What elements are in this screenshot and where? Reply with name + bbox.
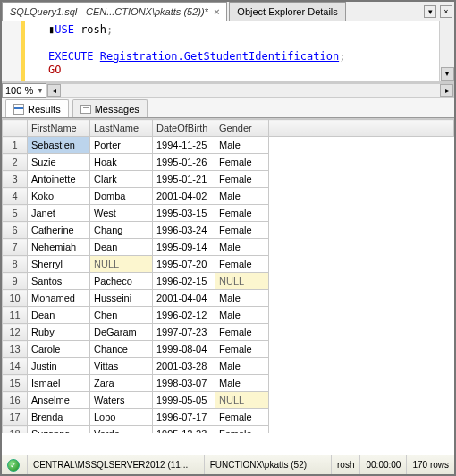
cell[interactable]: Verde [90, 426, 153, 434]
active-files-dropdown-icon[interactable]: ▾ [424, 5, 436, 18]
row-header[interactable]: 9 [3, 273, 28, 290]
row-header[interactable]: 12 [3, 324, 28, 341]
col-lastname[interactable]: LastName [90, 120, 153, 137]
cell[interactable]: 1998-03-07 [153, 375, 215, 392]
table-row[interactable]: 3AntoinetteClark1995-01-21Female [3, 171, 454, 188]
cell[interactable]: Clark [90, 171, 153, 188]
chevron-down-icon[interactable]: ▼ [37, 87, 46, 95]
tab-sqlquery[interactable]: SQLQuery1.sql - CEN...CTIONX\pkatts (52)… [2, 2, 227, 21]
table-row[interactable]: 7NehemiahDean1995-09-14Male [3, 239, 454, 256]
corner-cell[interactable] [3, 120, 28, 137]
table-row[interactable]: 6CatherineChang1996-03-24Female [3, 222, 454, 239]
table-row[interactable]: 17BrendaLobo1996-07-17Female [3, 409, 454, 426]
cell[interactable]: Brenda [28, 409, 90, 426]
cell[interactable]: Female [215, 341, 269, 358]
cell[interactable]: 1996-02-15 [153, 273, 215, 290]
table-row[interactable]: 16AnselmeWaters1999-05-05NULL [3, 392, 454, 409]
cell[interactable]: Carole [28, 341, 90, 358]
col-firstname[interactable]: FirstName [28, 120, 90, 137]
cell[interactable]: Male [215, 290, 269, 307]
cell[interactable]: 2001-04-04 [153, 290, 215, 307]
editor-vscrollbar[interactable]: ▾ [439, 21, 454, 81]
table-row[interactable]: 8SherrylNULL1995-07-20Female [3, 256, 454, 273]
table-row[interactable]: 10MohamedHusseini2001-04-04Male [3, 290, 454, 307]
cell[interactable]: Janet [28, 205, 90, 222]
row-header[interactable]: 3 [3, 171, 28, 188]
col-dateofbirth[interactable]: DateOfBirth [153, 120, 215, 137]
cell[interactable]: Suzie [28, 154, 90, 171]
cell[interactable]: Female [215, 256, 269, 273]
row-header[interactable]: 11 [3, 307, 28, 324]
cell[interactable]: Chance [90, 341, 153, 358]
cell[interactable]: Chen [90, 307, 153, 324]
cell[interactable]: 1999-08-04 [153, 341, 215, 358]
row-header[interactable]: 4 [3, 188, 28, 205]
cell[interactable]: 1995-07-20 [153, 256, 215, 273]
cell[interactable]: DeGaram [90, 324, 153, 341]
sql-editor[interactable]: ▮USE rosh; EXECUTE Registration.GetStude… [2, 21, 454, 82]
cell[interactable]: NULL [215, 273, 269, 290]
cell[interactable]: 1996-07-17 [153, 409, 215, 426]
cell[interactable]: Porter [90, 137, 153, 154]
cell[interactable]: 1996-03-24 [153, 222, 215, 239]
row-header[interactable]: 2 [3, 154, 28, 171]
row-header[interactable]: 15 [3, 375, 28, 392]
cell[interactable]: Anselme [28, 392, 90, 409]
row-header[interactable]: 8 [3, 256, 28, 273]
cell[interactable]: Female [215, 222, 269, 239]
cell[interactable]: Hoak [90, 154, 153, 171]
cell[interactable]: 1995-01-21 [153, 171, 215, 188]
cell[interactable]: Male [215, 358, 269, 375]
cell[interactable]: 1996-02-12 [153, 307, 215, 324]
table-row[interactable]: 14JustinVittas2001-03-28Male [3, 358, 454, 375]
cell[interactable]: Mohamed [28, 290, 90, 307]
row-header[interactable]: 6 [3, 222, 28, 239]
tab-object-explorer-details[interactable]: Object Explorer Details [229, 2, 346, 21]
row-header[interactable]: 18 [3, 426, 28, 434]
close-icon[interactable]: × [214, 6, 219, 17]
tab-messages[interactable]: Messages [72, 99, 148, 117]
table-row[interactable]: 12RubyDeGaram1997-07-23Female [3, 324, 454, 341]
cell[interactable]: West [90, 205, 153, 222]
row-header[interactable]: 1 [3, 137, 28, 154]
cell[interactable]: Koko [28, 188, 90, 205]
cell[interactable]: Antoinette [28, 171, 90, 188]
cell[interactable]: Ismael [28, 375, 90, 392]
table-row[interactable]: 18SuzannaVerde1995-12-23Female [3, 426, 454, 434]
scroll-down-icon[interactable]: ▾ [441, 67, 454, 81]
cell[interactable]: Dean [28, 307, 90, 324]
cell[interactable]: Male [215, 239, 269, 256]
cell[interactable]: Santos [28, 273, 90, 290]
cell[interactable]: 1999-05-05 [153, 392, 215, 409]
table-row[interactable]: 2SuzieHoak1995-01-26Female [3, 154, 454, 171]
cell[interactable]: Husseini [90, 290, 153, 307]
cell[interactable]: NULL [90, 256, 153, 273]
table-row[interactable]: 9SantosPacheco1996-02-15NULL [3, 273, 454, 290]
scroll-left-icon[interactable]: ◂ [47, 84, 61, 97]
row-header[interactable]: 7 [3, 239, 28, 256]
scroll-right-icon[interactable]: ▸ [440, 84, 453, 97]
cell[interactable]: Male [215, 375, 269, 392]
close-window-icon[interactable]: × [440, 5, 452, 18]
row-header[interactable]: 10 [3, 290, 28, 307]
results-grid-wrapper[interactable]: FirstName LastName DateOfBirth Gender 1S… [2, 118, 454, 433]
cell[interactable]: Catherine [28, 222, 90, 239]
cell[interactable]: Female [215, 154, 269, 171]
cell[interactable]: 1994-11-25 [153, 137, 215, 154]
table-row[interactable]: 15IsmaelZara1998-03-07Male [3, 375, 454, 392]
cell[interactable]: Domba [90, 188, 153, 205]
cell[interactable]: Justin [28, 358, 90, 375]
row-header[interactable]: 5 [3, 205, 28, 222]
table-row[interactable]: 11DeanChen1996-02-12Male [3, 307, 454, 324]
row-header[interactable]: 13 [3, 341, 28, 358]
tab-results[interactable]: Results [5, 99, 69, 117]
cell[interactable]: Sherryl [28, 256, 90, 273]
cell[interactable]: Ruby [28, 324, 90, 341]
results-grid[interactable]: FirstName LastName DateOfBirth Gender 1S… [2, 119, 454, 433]
cell[interactable]: Female [215, 324, 269, 341]
cell[interactable]: Zara [90, 375, 153, 392]
cell[interactable]: 1995-09-14 [153, 239, 215, 256]
cell[interactable]: Vittas [90, 358, 153, 375]
cell[interactable]: 1997-07-23 [153, 324, 215, 341]
cell[interactable]: Male [215, 137, 269, 154]
